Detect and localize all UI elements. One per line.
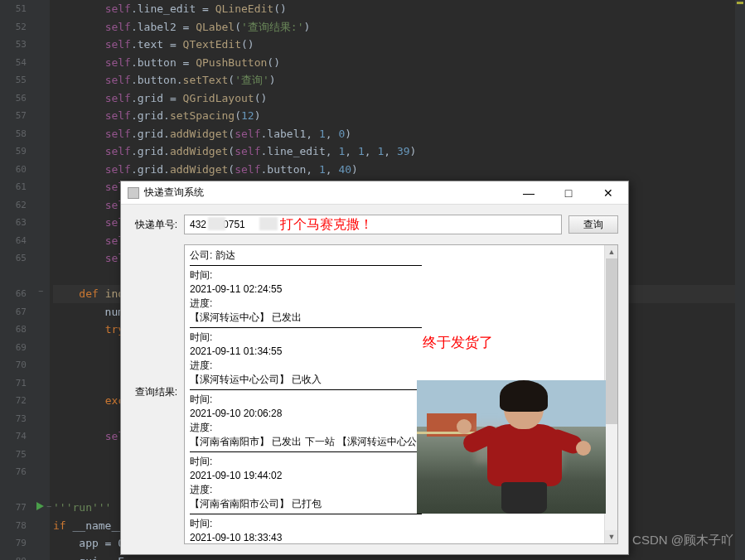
line-number: 76 bbox=[0, 463, 27, 481]
result-label: 查询结果: bbox=[131, 244, 177, 399]
line-number: 79 bbox=[0, 534, 27, 553]
line-number: 78 bbox=[0, 517, 27, 535]
code-line: self.grid.addWidget(self.line_edit, 1, 1… bbox=[53, 142, 745, 161]
window-title: 快递查询系统 bbox=[144, 186, 515, 200]
line-number: 54 bbox=[0, 54, 27, 72]
company-line: 公司: 韵达 bbox=[190, 249, 612, 263]
line-number: 55 bbox=[0, 71, 27, 89]
close-button[interactable]: ✕ bbox=[595, 184, 622, 202]
minimize-button[interactable]: — bbox=[515, 184, 542, 202]
tracking-entry: 时间:2021-09-10 18:33:43 bbox=[190, 517, 612, 544]
line-number: 68 bbox=[0, 321, 27, 339]
censor-block bbox=[259, 217, 278, 230]
line-number: 72 bbox=[0, 392, 27, 410]
code-line: self.grid.addWidget(self.button, 1, 40) bbox=[53, 161, 745, 179]
line-number: 59 bbox=[0, 142, 27, 161]
line-number: 57 bbox=[0, 107, 27, 125]
line-number: 73 bbox=[0, 410, 27, 428]
csdn-watermark: CSDN @顾木子吖 bbox=[632, 533, 733, 548]
scroll-thumb[interactable] bbox=[606, 258, 617, 424]
line-number: 70 bbox=[0, 356, 27, 374]
line-number: 63 bbox=[0, 214, 27, 232]
line-number-gutter: 5152535455565758596061626364656667686970… bbox=[0, 0, 33, 560]
code-line: self.grid = QGridLayout() bbox=[53, 89, 745, 108]
happy-running-gif bbox=[417, 380, 606, 514]
line-number: 75 bbox=[0, 446, 27, 464]
line-number: 77 bbox=[0, 499, 27, 517]
code-line: self.button.setText('查询') bbox=[53, 71, 745, 89]
line-number: 51 bbox=[0, 0, 27, 18]
maximize-button[interactable]: □ bbox=[555, 184, 582, 202]
line-number: 69 bbox=[0, 339, 27, 357]
query-button[interactable]: 查询 bbox=[568, 215, 618, 234]
line-number: 67 bbox=[0, 303, 27, 321]
tracking-entry: 时间:2021-09-11 02:24:55进度:【漯河转运中心】 已发出 bbox=[190, 268, 612, 325]
line-number: 80 bbox=[0, 553, 27, 561]
fold-minus-icon[interactable]: − bbox=[35, 286, 46, 297]
line-number: 60 bbox=[0, 161, 27, 179]
code-line: self.line_edit = QLineEdit() bbox=[53, 0, 745, 18]
line-number: 58 bbox=[0, 125, 27, 143]
line-number: 62 bbox=[0, 196, 27, 215]
line-number bbox=[0, 481, 27, 500]
tracking-number-input[interactable] bbox=[184, 215, 562, 234]
line-number: 65 bbox=[0, 249, 27, 268]
code-line: self.grid.addWidget(self.label1, 1, 0) bbox=[53, 125, 745, 143]
code-line: self.text = QTextEdit() bbox=[53, 36, 745, 54]
code-line: self.button = QPushButton() bbox=[53, 54, 745, 72]
fold-minus-icon[interactable]: − bbox=[43, 501, 55, 513]
line-number: 74 bbox=[0, 427, 27, 446]
line-number: 52 bbox=[0, 18, 27, 36]
scroll-down-icon[interactable]: ▼ bbox=[605, 530, 618, 543]
error-stripe bbox=[735, 0, 745, 560]
censor-block bbox=[208, 217, 225, 230]
scrollbar[interactable]: ▲ ▼ bbox=[604, 245, 617, 543]
line-number: 66 bbox=[0, 285, 27, 303]
fold-column: − − bbox=[33, 0, 50, 560]
titlebar[interactable]: 快递查询系统 — □ ✕ bbox=[121, 181, 628, 205]
line-number: 64 bbox=[0, 232, 27, 250]
tracking-number-label: 快递单号: bbox=[131, 218, 177, 232]
line-number: 56 bbox=[0, 89, 27, 108]
line-number bbox=[0, 268, 27, 286]
code-line: self.grid.setSpacing(12) bbox=[53, 107, 745, 125]
line-number: 53 bbox=[0, 36, 27, 54]
line-number: 61 bbox=[0, 178, 27, 196]
tracking-entry: 时间:2021-09-11 01:34:55进度:【漯河转运中心公司】 已收入 bbox=[190, 331, 612, 387]
scroll-up-icon[interactable]: ▲ bbox=[605, 245, 618, 258]
code-line: self.label2 = QLabel('查询结果:') bbox=[53, 18, 745, 36]
line-number: 71 bbox=[0, 374, 27, 393]
window-icon bbox=[128, 187, 139, 199]
